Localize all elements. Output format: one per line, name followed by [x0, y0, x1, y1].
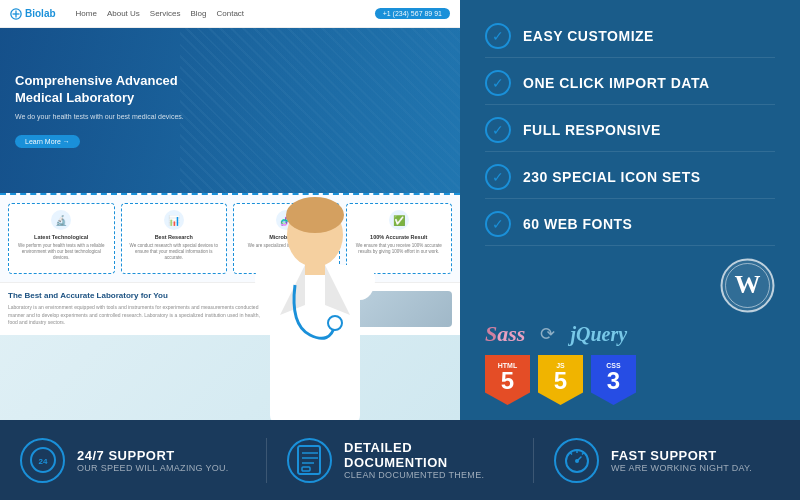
js5-shield: JS 5	[538, 355, 583, 405]
research-icon: 📊	[164, 210, 184, 230]
site-logo: Biolab	[10, 8, 56, 20]
site-nav: Home About Us Services Blog Contact	[76, 9, 245, 18]
svg-line-25	[570, 453, 572, 455]
jquery-logo: jQuery	[570, 323, 627, 346]
support-icon: 24	[20, 438, 65, 483]
svg-point-5	[286, 197, 344, 233]
docs-icon	[287, 438, 332, 483]
fast-text: FAST SUPPORT WE ARE WORKING NIGHT DAY.	[611, 448, 752, 473]
result-icon: ✅	[389, 210, 409, 230]
svg-line-24	[582, 453, 584, 455]
html5-shield: HTML 5	[485, 355, 530, 405]
hero-text: Comprehensive Advanced Medical Laborator…	[15, 73, 215, 149]
bottom-fast: FAST SUPPORT WE ARE WORKING NIGHT DAY.	[534, 438, 800, 483]
website-preview: Biolab Home About Us Services Blog Conta…	[0, 0, 460, 420]
sass-logo: Sass	[485, 321, 525, 347]
lab-background	[180, 28, 460, 193]
docs-text: DETAILED DOCUMENTION CLEAN DOCUMENTED TH…	[344, 440, 513, 480]
check-icon-4: ✓	[485, 164, 511, 190]
site-hero: Comprehensive Advanced Medical Laborator…	[0, 28, 460, 193]
bottom-support: 24 24/7 SUPPORT OUR SPEED WILL AMAZING Y…	[0, 438, 267, 483]
wordpress-icon: W	[720, 258, 775, 313]
check-icon-3: ✓	[485, 117, 511, 143]
tech-icon: 🔬	[51, 210, 71, 230]
feature-card-research: 📊 Best Research We conduct research with…	[121, 203, 228, 274]
check-icon-2: ✓	[485, 70, 511, 96]
feature-icon-sets: ✓ 230 SPECIAL ICON SETS	[485, 156, 775, 199]
bottom-docs: DETAILED DOCUMENTION CLEAN DOCUMENTED TH…	[267, 438, 534, 483]
svg-point-27	[575, 459, 579, 463]
site-phone-button: +1 (234) 567 89 91	[375, 8, 450, 19]
fast-icon	[554, 438, 599, 483]
check-icon-5: ✓	[485, 211, 511, 237]
feature-card-tech: 🔬 Latest Technological We perform your h…	[8, 203, 115, 274]
feature-cards: 🔬 Latest Technological We perform your h…	[0, 193, 460, 283]
svg-point-10	[255, 260, 285, 300]
site-bottom-left: The Best and Accurate Laboratory for You…	[8, 291, 270, 327]
support-text: 24/7 SUPPORT OUR SPEED WILL AMAZING YOU.	[77, 448, 229, 473]
check-icon-1: ✓	[485, 23, 511, 49]
svg-rect-6	[305, 260, 325, 275]
feature-full-responsive: ✓ FULL RESPONSIVE	[485, 109, 775, 152]
svg-point-11	[345, 260, 375, 300]
site-header: Biolab Home About Us Services Blog Conta…	[0, 0, 460, 28]
css3-shield: CSS 3	[591, 355, 636, 405]
feature-web-fonts: ✓ 60 WEB FONTS	[485, 203, 775, 246]
svg-text:24: 24	[38, 457, 47, 466]
feature-easy-customize: ✓ EASY CUSTOMIZE	[485, 15, 775, 58]
right-panel: ✓ EASY CUSTOMIZE ✓ ONE CLICK IMPORT DATA…	[460, 0, 800, 420]
svg-rect-21	[302, 467, 310, 471]
site-bottom: The Best and Accurate Laboratory for You…	[0, 283, 460, 335]
tech-logos: W Sass ⟳ jQuery HTML 5	[485, 258, 775, 405]
svg-text:W: W	[735, 270, 761, 299]
doctor-figure	[250, 185, 380, 420]
bottom-bar: 24 24/7 SUPPORT OUR SPEED WILL AMAZING Y…	[0, 420, 800, 500]
hero-cta: Learn More →	[15, 135, 80, 148]
feature-one-click: ✓ ONE CLICK IMPORT DATA	[485, 62, 775, 105]
svg-point-9	[328, 316, 342, 330]
